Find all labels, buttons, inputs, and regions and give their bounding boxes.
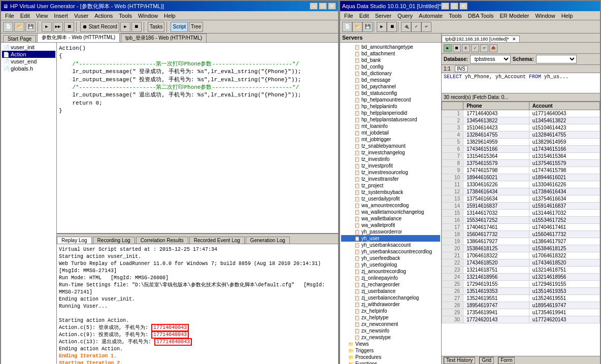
st-wa-amountrecord[interactable]: 📋wa_amountrecordlog: [341, 202, 440, 209]
sql-editor[interactable]: SELECT yh_Phone, yh_Account FROM yh_us..…: [442, 73, 600, 93]
q-btn-stop[interactable]: ⏹: [453, 44, 461, 52]
status-grid[interactable]: Grid: [479, 357, 494, 364]
st-zj-withdraw[interactable]: 📋zj_withdraworder: [341, 301, 440, 308]
st-zx-newconment[interactable]: 📋zx_newconment: [341, 321, 440, 327]
st-zx-helptype[interactable]: 📋zx_helptype: [341, 314, 440, 321]
st-bd-statusconfig[interactable]: 📋bd_statusconfig: [341, 90, 440, 96]
menu-tools[interactable]: Tools: [116, 12, 135, 19]
st-bd-attachment[interactable]: 📋bd_attachment: [341, 50, 440, 57]
ads-menu-tools[interactable]: Tools: [446, 12, 465, 19]
log-tab-recorded[interactable]: Recorded Event Log: [189, 237, 245, 244]
st-bd-amountchangetype[interactable]: 📋bd_amountchangetype: [341, 44, 440, 50]
log-tab-replay[interactable]: Replay Log: [57, 237, 92, 244]
st-yh-userbank[interactable]: 📋yh_userbanksaccount: [341, 242, 440, 248]
ads-menu-help[interactable]: Help: [558, 12, 576, 19]
result-table-wrapper[interactable]: Phone Account 1 17714640043 u17714640043…: [442, 102, 600, 356]
table-row[interactable]: 13 13754616634 u13754616634: [442, 195, 600, 203]
table-row[interactable]: 25 17294619155 u17294619155: [442, 281, 600, 288]
ads-menu-dba[interactable]: DBA Tools: [465, 12, 497, 19]
table-row[interactable]: 24 13214618956 u13214618956: [442, 274, 600, 281]
toolbar-start-record[interactable]: ⏺ Start Record: [80, 22, 119, 32]
st-zj-amountrecord[interactable]: 📋zj_amountrecordlog: [341, 268, 440, 275]
toolbar-tree[interactable]: Tree: [189, 22, 203, 32]
table-row[interactable]: 1 17714640043 u17714640043: [442, 110, 600, 117]
st-bd-paychannel[interactable]: 📋bd_paychannel: [341, 83, 440, 90]
q-btn-export[interactable]: 📤: [489, 44, 497, 52]
maximize-button[interactable]: □: [319, 3, 327, 10]
table-row[interactable]: 23 13214618751 u13214618751: [442, 267, 600, 274]
minimize-button[interactable]: ─: [310, 3, 318, 10]
table-row[interactable]: 7 13154615364 u13154615364: [442, 153, 600, 160]
ads-toolbar-stop[interactable]: ⏹: [387, 22, 397, 32]
close-button[interactable]: ✕: [328, 3, 336, 10]
st-tz-snable[interactable]: 📋tz_snablebyamount: [341, 143, 440, 149]
st-tz-investinfo[interactable]: 📋tz_investinfo: [341, 156, 440, 162]
st-zx-newstype[interactable]: 📋zx_newstype: [341, 334, 440, 341]
st-yh-userfeedback[interactable]: 📋yh_userfeedback: [341, 255, 440, 261]
menu-file[interactable]: File: [2, 12, 17, 19]
toolbar-stop2[interactable]: ⏹: [131, 22, 142, 32]
status-text-history[interactable]: Text History: [444, 357, 475, 364]
table-row[interactable]: 17 17404617461 u17404617461: [442, 224, 600, 231]
st-functions[interactable]: 📁Functions: [341, 360, 440, 364]
st-hp-helpplanperiodid[interactable]: 📋hp_helpplanperiodid: [341, 110, 440, 116]
ads-menu-query[interactable]: Query: [394, 12, 416, 19]
st-yh-user[interactable]: 📋yh_user: [341, 235, 440, 242]
ads-menu-server[interactable]: Server: [372, 12, 394, 19]
st-yh-userbanklog[interactable]: 📋yh_userbanksaccountrecordlog: [341, 248, 440, 255]
ads-menu-er[interactable]: ER Modeler: [496, 12, 532, 19]
log-tab-correlation[interactable]: Correlation Results: [136, 237, 188, 244]
code-editor[interactable]: Action() { /*-----------------------第一次打…: [57, 43, 338, 233]
db-dropdown[interactable]: tpbstress: [470, 55, 511, 63]
ads-menu-file[interactable]: File: [341, 12, 356, 19]
st-hp-helpplanstatus[interactable]: 📋hp_helpplanstatusrecord: [341, 116, 440, 123]
st-hp-helpplaninfo[interactable]: 📋hp_helpplaninfo: [341, 103, 440, 110]
table-row[interactable]: 22 17434618520 u17434618520: [442, 259, 600, 267]
st-mt-loaninfo[interactable]: 📋mt_loaninfo: [341, 123, 440, 129]
menu-view[interactable]: View: [33, 12, 51, 19]
menu-window[interactable]: Window: [135, 12, 161, 19]
table-row[interactable]: 2 13454613822 u13454613822: [442, 117, 600, 124]
tab-start-page[interactable]: Start Page: [3, 35, 36, 42]
tree-item-action[interactable]: 📄 Action: [2, 51, 55, 58]
st-tz-project[interactable]: 📋tz_project: [341, 182, 440, 189]
st-tz-systembuyback[interactable]: 📋tz_systembuyback: [341, 189, 440, 195]
st-yh-passworderror[interactable]: 📋yh_passworderror: [341, 228, 440, 235]
ads-toolbar-run[interactable]: ▶: [377, 22, 387, 32]
menu-insert[interactable]: Insert: [51, 12, 71, 19]
toolbar-tasks[interactable]: Tasks: [148, 22, 165, 32]
table-row[interactable]: 21 17064618322 u17064618322: [442, 252, 600, 259]
server-tree-content[interactable]: 📋bd_amountchangetype 📋bd_attachment 📋bd_…: [340, 43, 441, 364]
menu-actions[interactable]: Actions: [91, 12, 116, 19]
st-procedures[interactable]: 📁Procedures: [341, 354, 440, 360]
table-row[interactable]: 6 17434615166 u17434615166: [442, 146, 600, 153]
log-tab-recording[interactable]: Recording Log: [93, 237, 135, 244]
st-tz-investtransfer[interactable]: 📋tz_investtransfer: [341, 176, 440, 182]
table-row[interactable]: 8 13754615579 u13754615579: [442, 160, 600, 167]
toolbar-save[interactable]: 💾: [25, 22, 36, 32]
st-wa-walletbalance[interactable]: 📋wa_walletbalance: [341, 215, 440, 222]
st-bd-dictionary[interactable]: 📋bd_dictionary: [341, 70, 440, 77]
schema-dropdown[interactable]: [536, 55, 577, 63]
table-row[interactable]: 15 13144617032 u13144617032: [442, 210, 600, 217]
query-tab-close[interactable]: ✕: [512, 37, 516, 42]
menu-edit[interactable]: Edit: [17, 12, 33, 19]
tree-item-vuser-end[interactable]: 📄 vuser_end: [2, 58, 55, 65]
menu-help[interactable]: Help: [161, 12, 179, 19]
table-row[interactable]: 28 18954619747 u18954619747: [442, 302, 600, 309]
st-zx-newsinfo[interactable]: 📋zx_newsinfo: [341, 327, 440, 334]
table-row[interactable]: 18 15604617732 u15604617732: [442, 231, 600, 238]
ads-minimize[interactable]: ─: [441, 3, 449, 10]
tree-item-vuser-init[interactable]: 📄 vuser_init: [2, 44, 55, 51]
tab-script[interactable]: 参数化脚本 - Web (HTTP/HTML): [37, 33, 120, 42]
st-bd-bank[interactable]: 📋bd_bank: [341, 57, 440, 63]
st-tz-investchangelog[interactable]: 📋tz_investchangelog: [341, 149, 440, 156]
ads-maximize[interactable]: □: [450, 3, 458, 10]
st-tz-userdaily[interactable]: 📋tz_userdailyprofit: [341, 195, 440, 202]
st-tz-investresource[interactable]: 📋tz_investresourcelog: [341, 169, 440, 176]
table-row[interactable]: 12 17384616434 u17384616434: [442, 188, 600, 195]
st-wa-walletprofit[interactable]: 📋wa_walletprofit: [341, 222, 440, 228]
table-row[interactable]: 29 17354619941 u17354619941: [442, 309, 600, 316]
ads-toolbar-rollback[interactable]: ↩: [421, 22, 431, 32]
st-bd-config[interactable]: 📋bd_config: [341, 63, 440, 70]
